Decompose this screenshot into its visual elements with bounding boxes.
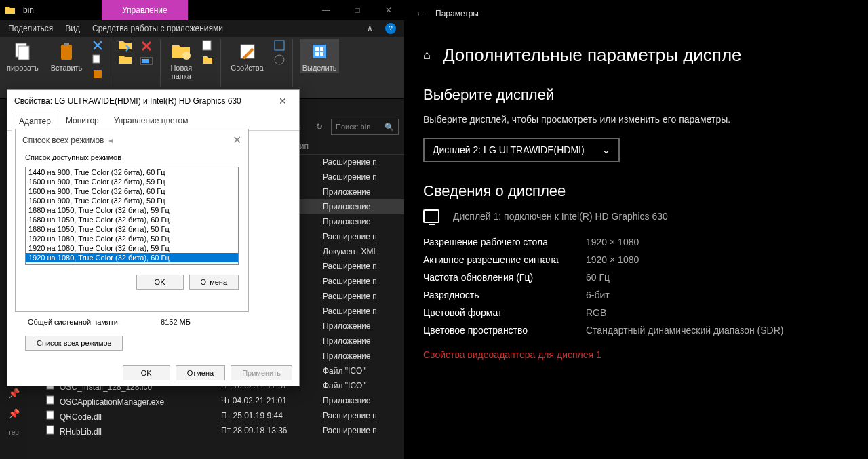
file-type: Расширение п	[323, 262, 400, 271]
display-select-value: Дисплей 2: LG ULTRAWIDE(HDMI)	[433, 144, 585, 155]
nav-toolbar: ⌄ ↻ Поиск: bin 🔍	[290, 117, 404, 137]
move-to-icon[interactable]	[118, 39, 133, 52]
file-type: Расширение п	[323, 277, 400, 286]
file-type: Приложение	[323, 351, 400, 361]
home-icon[interactable]: ⌂	[423, 48, 431, 62]
tab-view[interactable]: Вид	[65, 24, 80, 33]
list-all-modes-button[interactable]: Список всех режимов	[25, 336, 123, 351]
svg-rect-4	[93, 55, 100, 63]
copy-button[interactable]: пировать	[4, 39, 41, 73]
delete-icon[interactable]	[140, 39, 153, 53]
tab-color[interactable]: Управление цветом	[106, 112, 196, 130]
ok-button[interactable]: OK	[123, 365, 170, 380]
file-row[interactable]: OSCApplicationManager.exeЧт 04.02.21 21:…	[41, 393, 404, 408]
search-icon: 🔍	[384, 123, 394, 132]
modes-listbox[interactable]: 1440 на 900, True Color (32 бита), 60 Гц…	[25, 167, 239, 265]
new-item-icon[interactable]	[201, 39, 214, 52]
file-row[interactable]: QRCode.dllПт 25.01.19 9:44Расширение п	[41, 408, 404, 423]
close-button[interactable]: ✕	[373, 0, 404, 20]
mode-option[interactable]: 1920 на 1080, True Color (32 бита), 60 Г…	[26, 253, 238, 262]
cancel-button[interactable]: Отмена	[176, 365, 225, 380]
mode-option[interactable]: 1920 на 1080, True Color (32 бита), 50 Г…	[26, 234, 238, 243]
mode-option[interactable]: 1440 на 900, True Color (32 бита), 60 Гц	[26, 167, 238, 177]
new-folder-button[interactable]: Новая папка	[167, 39, 195, 81]
svg-rect-3	[64, 43, 69, 46]
pin-icon[interactable]: 📌	[8, 388, 20, 399]
help-icon[interactable]: ?	[385, 23, 396, 34]
tab-adapter[interactable]: Адаптер	[12, 113, 58, 131]
easy-access-icon[interactable]	[201, 54, 214, 66]
settings-window: ← Параметры ⌂ Дополнительные параметры д…	[404, 0, 868, 459]
cut-icon[interactable]	[92, 39, 104, 52]
back-icon[interactable]: ←	[415, 7, 426, 20]
paste-label: Вставить	[51, 64, 83, 72]
svg-point-8	[182, 52, 191, 60]
spec-label: Разрядность	[423, 290, 586, 300]
monitor-row: Дисплей 1: подключен к Intel(R) HD Graph…	[423, 209, 849, 223]
close-icon[interactable]: ✕	[233, 134, 241, 146]
file-type: Расширение п	[323, 292, 400, 301]
file-type: Приложение	[323, 321, 400, 331]
copy-path-icon[interactable]	[92, 54, 104, 66]
spec-value: 60 Гц	[586, 272, 849, 283]
apply-button[interactable]: Применить	[231, 365, 292, 380]
col-type[interactable]: Тип	[289, 142, 400, 151]
svg-point-12	[275, 55, 284, 64]
svg-rect-22	[47, 426, 54, 434]
open-icon[interactable]	[273, 39, 285, 52]
collapse-ribbon-icon[interactable]: ∧	[367, 24, 373, 33]
maximize-button[interactable]: □	[342, 0, 373, 20]
paste-button[interactable]: Вставить	[48, 39, 85, 73]
chevron-down-icon: ⌄	[602, 144, 610, 155]
pin-icon-2[interactable]: 📌	[8, 408, 20, 419]
file-type: Приложение	[323, 202, 400, 212]
file-date: Чт 04.02.21 21:01	[221, 396, 323, 405]
settings-header: ← Параметры	[404, 0, 868, 27]
paste-shortcut-icon[interactable]	[92, 68, 104, 80]
close-icon[interactable]: ✕	[273, 94, 292, 108]
copy-to-icon[interactable]	[118, 54, 133, 66]
new-folder-label: Новая папка	[170, 64, 192, 80]
mem-label: Общей системной памяти:	[28, 318, 120, 326]
refresh-icon[interactable]: ↻	[311, 119, 328, 135]
mode-option[interactable]: 1600 на 900, True Color (32 бита), 60 Гц	[26, 186, 238, 196]
adapter-properties-link[interactable]: Свойства видеоадаптера для дисплея 1	[423, 349, 849, 360]
minimize-button[interactable]: ―	[311, 0, 342, 20]
mode-option[interactable]: 1680 на 1050, True Color (32 бита), 60 Г…	[26, 215, 238, 224]
file-type: Расширение п	[323, 232, 400, 241]
select-button[interactable]: Выделить	[300, 39, 340, 73]
svg-rect-7	[142, 59, 149, 63]
ribbon-tabs: Поделиться Вид Средства работы с приложе…	[0, 20, 404, 37]
mode-option[interactable]: 1600 на 900, True Color (32 бита), 59 Гц	[26, 177, 238, 186]
svg-rect-15	[320, 47, 323, 51]
modes-list-dialog: Список всех режимов ◂ ✕ Список доступных…	[15, 129, 249, 312]
svg-rect-5	[94, 70, 102, 78]
history-icon[interactable]	[273, 54, 285, 66]
modes-dialog-title: Список всех режимов	[22, 136, 104, 145]
dialog-titlebar: Свойства: LG ULTRAWIDE(HDMI) и Intel(R) …	[7, 90, 299, 112]
svg-rect-10	[241, 45, 254, 58]
svg-rect-20	[47, 396, 54, 404]
select-label: Выделить	[302, 64, 337, 72]
mode-option[interactable]: 1600 на 900, True Color (32 бита), 50 Гц	[26, 196, 238, 205]
display-select[interactable]: Дисплей 2: LG ULTRAWIDE(HDMI) ⌄	[423, 138, 620, 162]
ribbon-context-tab[interactable]: Управление	[102, 0, 188, 20]
svg-rect-13	[313, 45, 326, 58]
file-row[interactable]: RHubLib.dllПт 28.09.18 13:36Расширение п	[41, 423, 404, 438]
ok-button[interactable]: OK	[136, 275, 184, 290]
tab-monitor[interactable]: Монитор	[58, 112, 106, 130]
mem-value: 8152 МБ	[161, 318, 191, 326]
tab-share[interactable]: Поделиться	[8, 24, 53, 33]
file-name: OSCApplicationManager.exe	[60, 397, 164, 407]
svg-rect-11	[275, 41, 284, 50]
rename-icon[interactable]	[140, 55, 153, 67]
search-input[interactable]: Поиск: bin 🔍	[331, 119, 399, 135]
monitor-connected-text: Дисплей 1: подключен к Intel(R) HD Graph…	[453, 211, 668, 222]
breadcrumb: Параметры	[435, 9, 479, 18]
mode-option[interactable]: 1680 на 1050, True Color (32 бита), 50 Г…	[26, 224, 238, 234]
mode-option[interactable]: 1680 на 1050, True Color (32 бита), 59 Г…	[26, 205, 238, 215]
mode-option[interactable]: 1920 на 1080, True Color (32 бита), 59 Г…	[26, 243, 238, 253]
properties-button[interactable]: Свойства	[228, 39, 266, 73]
cancel-button[interactable]: Отмена	[189, 275, 239, 290]
tab-apps[interactable]: Средства работы с приложениями	[92, 24, 223, 33]
